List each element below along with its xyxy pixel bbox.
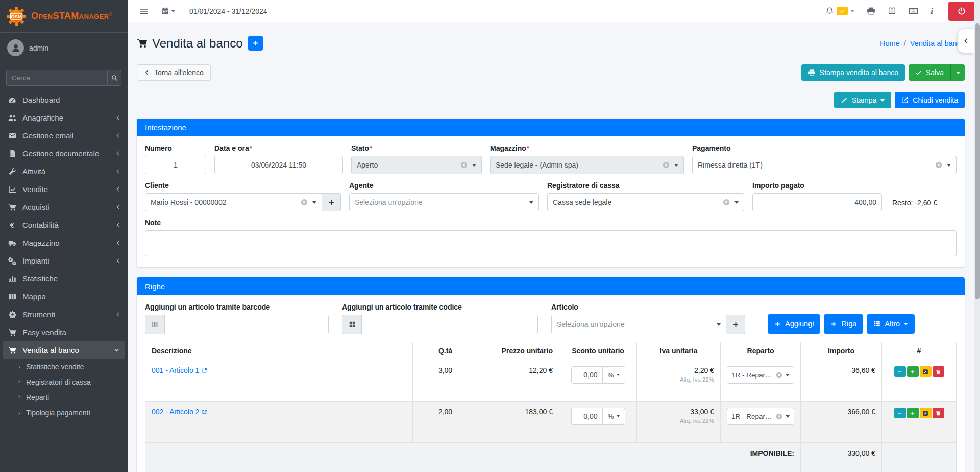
increase-qty-button[interactable]	[907, 408, 919, 418]
clear-icon[interactable]	[776, 372, 782, 379]
add-articolo-button[interactable]	[726, 315, 745, 334]
clear-icon[interactable]	[935, 161, 942, 169]
reparto-select[interactable]: 1R - Reparto 1...	[727, 366, 794, 384]
sidebar-item-impianti[interactable]: Impianti	[0, 252, 128, 270]
iva-aliquota: Aliq. Iva 22%	[643, 418, 714, 424]
sidebar-item-mappa[interactable]: Mappa	[0, 288, 128, 305]
scrollbar-track[interactable]	[974, 0, 980, 472]
article-link[interactable]: 002 - Articolo 2	[152, 408, 207, 416]
data-ora-input[interactable]	[214, 156, 343, 174]
magazzino-select[interactable]: Sede legale - (Admin spa)	[490, 156, 684, 174]
docs-button[interactable]	[888, 7, 896, 15]
col-importo: Importo	[801, 342, 882, 360]
note-textarea[interactable]	[145, 230, 957, 256]
logout-button[interactable]	[948, 2, 975, 21]
altro-dropdown-button[interactable]: Altro	[867, 314, 915, 334]
clear-icon[interactable]	[460, 161, 468, 169]
delete-row-button[interactable]	[933, 408, 944, 418]
sconto-type-select[interactable]: %	[603, 408, 625, 425]
breadcrumb-current-link[interactable]: Vendita al banco	[910, 39, 965, 48]
sidebar-item-contabilita[interactable]: €Contabilità	[0, 216, 128, 234]
menu-icon	[140, 7, 148, 15]
print-sale-button[interactable]: Stampa vendita al banco	[801, 64, 905, 81]
sidebar-item-strumenti[interactable]: Strumenti	[0, 305, 128, 323]
sidebar-item-magazzino[interactable]: Magazzino	[0, 234, 128, 252]
search-input[interactable]	[6, 70, 107, 86]
edit-row-button[interactable]	[920, 408, 932, 418]
sidebar-subitem-tipologia-pagamenti[interactable]: Tipologia pagamenti	[0, 405, 128, 420]
check-icon	[915, 69, 922, 76]
article-link[interactable]: 001 - Articolo 1	[152, 366, 207, 374]
sidebar-item-acquisti[interactable]: Acquisti	[0, 198, 128, 216]
pagamento-select[interactable]: Rimessa diretta (1T)	[692, 156, 957, 174]
sidebar-item-anagrafiche[interactable]: Anagrafiche	[0, 109, 128, 127]
articolo-select[interactable]: Seleziona un'opzione	[551, 315, 726, 334]
sidebar-search	[6, 70, 121, 86]
importo-pagato-input[interactable]	[752, 193, 882, 211]
sidebar-item-easy-vendita[interactable]: Easy vendita	[0, 323, 128, 341]
user-name: admin	[29, 44, 48, 52]
sidebar-toggle-button[interactable]	[140, 7, 148, 15]
sidebar-item-dashboard[interactable]: Dashboard	[0, 91, 128, 109]
registratore-select[interactable]: Cassa sede legale	[547, 193, 744, 211]
riga-button[interactable]: Riga	[824, 314, 863, 334]
sconto-input[interactable]	[571, 366, 603, 384]
decrease-qty-button[interactable]	[894, 366, 906, 377]
control-sidebar-toggle[interactable]	[958, 29, 974, 53]
sidebar-item-statistiche[interactable]: Statistiche	[0, 270, 128, 288]
save-dropdown-toggle[interactable]	[950, 64, 965, 81]
sidebar-subitem-reparti[interactable]: Reparti	[0, 390, 128, 405]
save-button[interactable]: Salva	[909, 64, 950, 81]
add-cliente-button[interactable]	[322, 193, 341, 211]
sidebar-subitem-statistiche-vendite[interactable]: Statistiche vendite	[0, 359, 128, 374]
decrease-qty-button[interactable]	[894, 408, 906, 418]
sconto-input[interactable]	[571, 408, 603, 425]
sidebar-item-vendita-al-banco[interactable]: Vendita al banco	[3, 341, 125, 359]
agente-select[interactable]: Seleziona un'opzione	[349, 193, 539, 211]
scrollbar-thumb[interactable]	[975, 23, 980, 299]
prezzo-cell: 12,20 €	[478, 360, 559, 402]
sidebar-item-attivita[interactable]: Attività	[0, 162, 128, 180]
reparto-select[interactable]: 1R - Reparto 1...	[727, 408, 794, 425]
imponibile-value: 330,00 €	[801, 443, 882, 472]
clear-icon[interactable]	[723, 199, 730, 206]
new-record-button[interactable]	[248, 36, 263, 51]
shortcuts-button[interactable]	[909, 6, 918, 16]
print-dropdown-button[interactable]: Stampa	[834, 92, 891, 108]
sidebar-item-gestione-documentale[interactable]: Gestione documentale	[0, 145, 128, 162]
date-range[interactable]: 01/01/2024 - 31/12/2024	[189, 7, 267, 15]
delete-row-button[interactable]	[933, 366, 944, 377]
breadcrumb-home-link[interactable]: Home	[880, 39, 900, 48]
sidebar: OSM OpenSTAManager® admin Dashboard Anag…	[0, 0, 128, 472]
sidebar-item-gestione-email[interactable]: Gestione email	[0, 127, 128, 145]
chevron-left-icon	[115, 240, 121, 246]
chevron-left-icon	[115, 115, 121, 121]
minus-icon	[897, 369, 902, 374]
info-button[interactable]: i	[930, 6, 933, 16]
print-shortcut-button[interactable]	[867, 7, 875, 15]
increase-qty-button[interactable]	[907, 366, 919, 377]
sidebar-item-vendite[interactable]: Vendite	[0, 180, 128, 198]
clear-icon[interactable]	[776, 413, 782, 420]
clear-icon[interactable]	[663, 161, 670, 169]
barcode-label: Aggiungi un articolo tramite barcode	[145, 303, 329, 311]
close-sale-button[interactable]: Chiudi vendita	[895, 92, 965, 108]
cliente-select[interactable]: Mario Rossi - 00000002	[145, 193, 322, 211]
notifications-dropdown[interactable]	[825, 7, 854, 15]
sidebar-subitem-registratori-di-cassa[interactable]: Registratori di cassa	[0, 374, 128, 390]
chevron-left-icon	[144, 69, 150, 76]
clear-icon[interactable]	[301, 199, 308, 206]
codice-input[interactable]	[361, 315, 538, 334]
period-dropdown-button[interactable]	[161, 7, 175, 15]
pencil-icon	[922, 369, 928, 375]
edit-row-button[interactable]	[920, 366, 932, 377]
search-button[interactable]	[107, 70, 121, 86]
aggiungi-button[interactable]: Aggiungi	[768, 314, 820, 334]
sconto-type-select[interactable]: %	[603, 366, 625, 384]
brand[interactable]: OSM OpenSTAManager®	[0, 0, 128, 33]
numero-input[interactable]	[145, 156, 206, 174]
back-to-list-button[interactable]: Torna all'elenco	[137, 64, 211, 81]
chevron-left-icon	[115, 151, 121, 156]
barcode-input[interactable]	[164, 315, 329, 334]
stato-select[interactable]: Aperto	[351, 156, 482, 174]
